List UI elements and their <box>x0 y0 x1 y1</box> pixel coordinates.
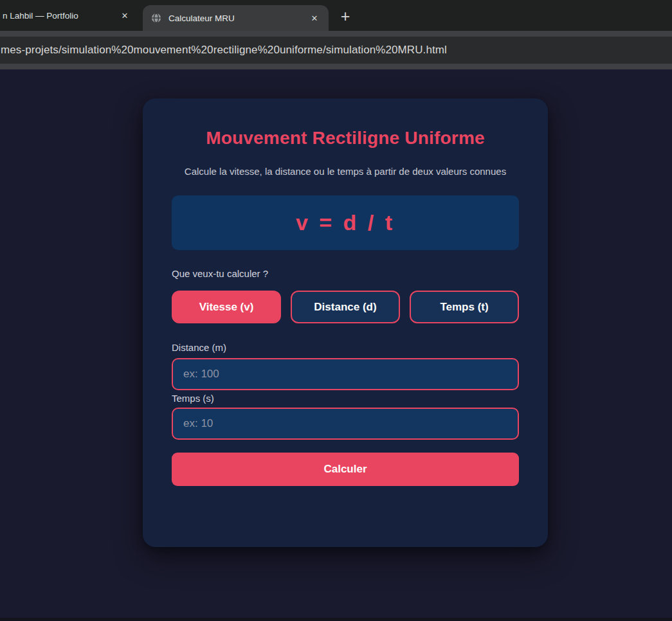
url-text: mes-projets/simulation%20mouvement%20rec… <box>1 44 447 57</box>
mode-question-label: Que veux-tu calculer ? <box>172 268 519 280</box>
formula-text: v = d / t <box>296 210 395 235</box>
close-icon[interactable]: ✕ <box>308 12 321 24</box>
mode-button-group: Vitesse (v) Distance (d) Temps (t) <box>172 291 519 323</box>
page-subtitle: Calcule la vitesse, la distance ou le te… <box>172 166 519 177</box>
new-tab-button[interactable]: + <box>336 6 355 26</box>
temps-label: Temps (s) <box>172 393 519 404</box>
globe-icon <box>150 12 162 24</box>
tab-strip: n Lahbil — Portfolio ✕ Calculateur MRU ✕… <box>0 0 672 31</box>
tab-calculateur-mru[interactable]: Calculateur MRU ✕ <box>143 5 329 31</box>
distance-label: Distance (m) <box>172 342 519 354</box>
temps-input[interactable] <box>172 408 519 440</box>
calculator-card: Mouvement Rectiligne Uniforme Calcule la… <box>143 98 548 547</box>
tab-portfolio[interactable]: n Lahbil — Portfolio ✕ <box>0 0 140 31</box>
mode-temps-button[interactable]: Temps (t) <box>410 291 519 323</box>
page-background: Mouvement Rectiligne Uniforme Calcule la… <box>0 69 672 621</box>
page-title: Mouvement Rectiligne Uniforme <box>172 127 519 149</box>
mode-vitesse-button[interactable]: Vitesse (v) <box>172 291 281 323</box>
tab-calculateur-title: Calculateur MRU <box>168 14 308 23</box>
browser-window: n Lahbil — Portfolio ✕ Calculateur MRU ✕… <box>0 0 672 621</box>
tab-portfolio-title: n Lahbil — Portfolio <box>3 11 118 21</box>
calculer-button[interactable]: Calculer <box>172 453 519 486</box>
toolbar-upper-band <box>0 31 672 37</box>
close-icon[interactable]: ✕ <box>118 9 131 22</box>
window-bottom-edge <box>0 618 672 621</box>
toolbar-lower-band <box>0 64 672 69</box>
distance-input[interactable] <box>172 358 519 390</box>
plus-icon: + <box>341 8 350 24</box>
formula-panel: v = d / t <box>172 195 519 250</box>
address-bar[interactable]: mes-projets/simulation%20mouvement%20rec… <box>0 37 672 64</box>
mode-distance-button[interactable]: Distance (d) <box>291 291 400 323</box>
